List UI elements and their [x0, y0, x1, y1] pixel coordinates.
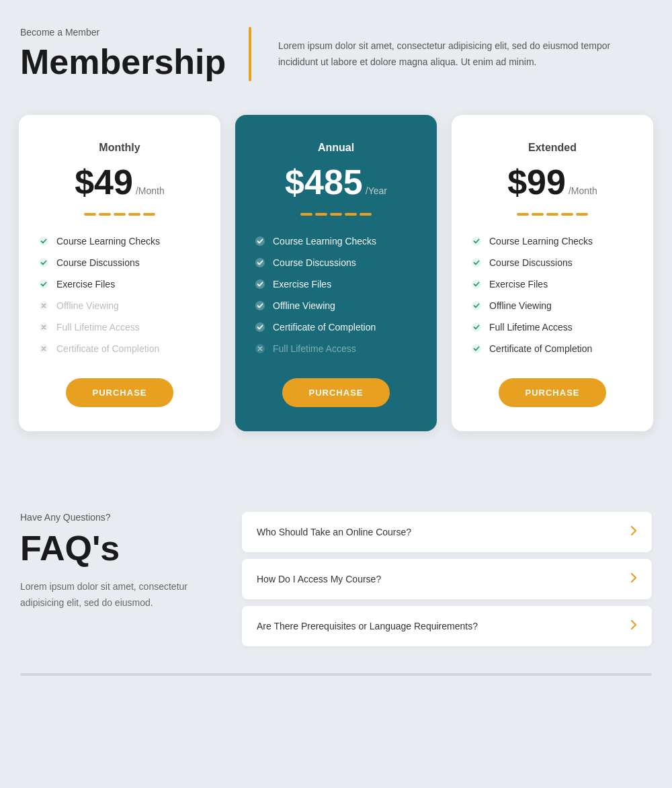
- svg-point-9: [255, 301, 265, 310]
- purchase-button-annual[interactable]: PURCHASE: [282, 378, 390, 407]
- faq-question: How Do I Access My Course?: [257, 574, 381, 584]
- list-item: Course Learning Checks: [38, 230, 202, 252]
- page-title: Membership: [20, 43, 215, 81]
- check-icon: [254, 300, 266, 312]
- plan-price-row-annual: $485/Year: [285, 165, 387, 200]
- list-item: Offline Viewing: [470, 295, 634, 316]
- faq-item[interactable]: How Do I Access My Course?: [242, 559, 652, 599]
- header-divider: [249, 27, 251, 81]
- faq-arrow-icon: [630, 619, 637, 633]
- check-icon: [470, 235, 482, 247]
- plan-divider-annual: [300, 213, 372, 216]
- list-item: Full Lifetime Access: [254, 338, 418, 359]
- faq-items-list: Who Should Take an Online Course?How Do …: [242, 512, 652, 646]
- faq-question: Are There Prerequisites or Language Requ…: [257, 621, 478, 631]
- feature-label: Exercise Files: [56, 279, 115, 290]
- plan-period-monthly: /Month: [136, 185, 165, 196]
- feature-label: Full Lifetime Access: [273, 343, 356, 354]
- check-icon: [254, 257, 266, 269]
- feature-label: Certificate of Completion: [273, 322, 376, 333]
- list-item: Full Lifetime Access: [470, 316, 634, 338]
- feature-label: Offline Viewing: [273, 300, 335, 311]
- list-item: Exercise Files: [254, 273, 418, 295]
- cross-icon: [38, 343, 50, 355]
- check-icon: [254, 235, 266, 247]
- plan-name-extended: Extended: [528, 142, 577, 154]
- svg-point-7: [255, 258, 265, 267]
- feature-label: Course Discussions: [56, 257, 140, 268]
- header-description: Lorem ipsum dolor sit amet, consectetur …: [278, 38, 652, 71]
- feature-label: Certificate of Completion: [56, 343, 159, 354]
- pricing-cards-section: Monthly$49/Month Course Learning Checks …: [0, 101, 672, 472]
- purchase-button-extended[interactable]: PURCHASE: [499, 378, 607, 407]
- feature-label: Full Lifetime Access: [489, 322, 573, 333]
- svg-point-1: [39, 258, 48, 267]
- check-icon: [38, 235, 50, 247]
- list-item: Offline Viewing: [38, 295, 202, 316]
- list-item: Exercise Files: [470, 273, 634, 295]
- feature-label: Exercise Files: [273, 279, 331, 290]
- plan-price-extended: $99: [507, 165, 566, 200]
- check-icon: [470, 343, 482, 355]
- plan-name-monthly: Monthly: [99, 142, 140, 154]
- svg-point-6: [255, 236, 265, 246]
- plan-name-annual: Annual: [318, 142, 354, 154]
- feature-label: Course Discussions: [273, 257, 356, 268]
- header-right: Lorem ipsum dolor sit amet, consectetur …: [271, 27, 652, 81]
- feature-list-extended: Course Learning Checks Course Discussion…: [470, 230, 634, 359]
- feature-label: Course Discussions: [489, 257, 573, 268]
- faq-left: Have Any Questions? FAQ's Lorem ipsum do…: [20, 512, 222, 611]
- header-eyebrow: Become a Member: [20, 27, 215, 38]
- plan-price-row-monthly: $49/Month: [75, 165, 165, 200]
- check-icon: [38, 278, 50, 290]
- check-icon: [470, 300, 482, 312]
- list-item: Course Learning Checks: [470, 230, 634, 252]
- svg-point-0: [39, 236, 48, 246]
- check-icon: [470, 257, 482, 269]
- check-icon: [38, 257, 50, 269]
- plan-period-annual: /Year: [366, 185, 387, 196]
- svg-point-16: [472, 322, 481, 332]
- plan-price-annual: $485: [285, 165, 363, 200]
- list-item: Certificate of Completion: [470, 338, 634, 359]
- check-icon: [470, 278, 482, 290]
- faq-eyebrow: Have Any Questions?: [20, 512, 222, 523]
- faq-description: Lorem ipsum dolor sit amet, consectetur …: [20, 579, 222, 611]
- list-item: Full Lifetime Access: [38, 316, 202, 338]
- faq-section: Have Any Questions? FAQ's Lorem ipsum do…: [0, 472, 672, 673]
- svg-point-17: [472, 344, 481, 353]
- plan-card-extended: Extended$99/Month Course Learning Checks…: [452, 115, 653, 431]
- svg-point-8: [255, 279, 265, 289]
- feature-label: Certificate of Completion: [489, 343, 592, 354]
- list-item: Course Discussions: [470, 252, 634, 273]
- plan-divider-extended: [517, 213, 588, 216]
- cross-icon: [38, 300, 50, 312]
- faq-arrow-icon: [630, 525, 637, 539]
- feature-label: Course Learning Checks: [56, 236, 160, 247]
- cross-icon: [254, 343, 266, 355]
- feature-label: Course Learning Checks: [489, 236, 593, 247]
- list-item: Certificate of Completion: [254, 316, 418, 338]
- svg-point-12: [472, 236, 481, 246]
- purchase-button-monthly[interactable]: PURCHASE: [66, 378, 174, 407]
- svg-point-10: [255, 322, 265, 332]
- faq-item[interactable]: Who Should Take an Online Course?: [242, 512, 652, 552]
- list-item: Course Discussions: [38, 252, 202, 273]
- check-icon: [254, 278, 266, 290]
- list-item: Course Discussions: [254, 252, 418, 273]
- faq-arrow-icon: [630, 572, 637, 586]
- feature-label: Offline Viewing: [56, 300, 119, 311]
- feature-label: Course Learning Checks: [273, 236, 376, 247]
- svg-point-15: [472, 301, 481, 310]
- check-icon: [254, 321, 266, 333]
- feature-list-monthly: Course Learning Checks Course Discussion…: [38, 230, 202, 359]
- cross-icon: [38, 321, 50, 333]
- faq-item[interactable]: Are There Prerequisites or Language Requ…: [242, 606, 652, 646]
- feature-label: Offline Viewing: [489, 300, 552, 311]
- svg-point-2: [39, 279, 48, 289]
- faq-question: Who Should Take an Online Course?: [257, 527, 411, 537]
- feature-list-annual: Course Learning Checks Course Discussion…: [254, 230, 418, 359]
- svg-point-13: [472, 258, 481, 267]
- plan-card-annual: Annual$485/Year Course Learning Checks C…: [235, 115, 437, 431]
- plan-card-monthly: Monthly$49/Month Course Learning Checks …: [19, 115, 220, 431]
